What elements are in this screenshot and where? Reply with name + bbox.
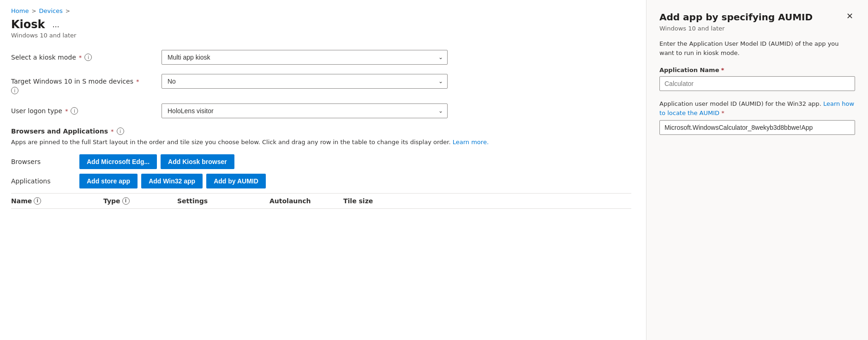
- add-store-app-button[interactable]: Add store app: [79, 174, 138, 188]
- app-name-required: *: [721, 67, 724, 73]
- target-windows-row: Target Windows 10 in S mode devices * i …: [11, 74, 631, 94]
- add-win32-app-button[interactable]: Add Win32 app: [141, 174, 203, 188]
- target-windows-label-group: Target Windows 10 in S mode devices * i: [11, 74, 154, 94]
- breadcrumb-devices[interactable]: Devices: [39, 7, 62, 14]
- user-logon-row: User logon type * i Azure AD user or gro…: [11, 103, 631, 118]
- applications-row: Applications Add store app Add Win32 app…: [11, 174, 631, 188]
- user-logon-label-group: User logon type * i: [11, 103, 154, 115]
- learn-more-link[interactable]: Learn more.: [453, 139, 489, 146]
- browsers-apps-required: *: [111, 128, 114, 135]
- breadcrumb: Home > Devices >: [11, 7, 631, 14]
- app-name-input[interactable]: [659, 76, 855, 91]
- col-type-info-icon[interactable]: i: [122, 197, 130, 205]
- close-button[interactable]: ✕: [844, 11, 855, 21]
- target-windows-control: Yes No ⌄: [162, 74, 448, 89]
- kiosk-mode-info-icon[interactable]: i: [84, 54, 92, 61]
- col-tilesize-header: Tile size: [343, 197, 373, 205]
- page-title-row: Kiosk ...: [11, 18, 631, 31]
- target-windows-info-icon[interactable]: i: [11, 87, 18, 94]
- add-microsoft-edge-button[interactable]: Add Microsoft Edg...: [79, 154, 157, 169]
- applications-label: Applications: [11, 177, 76, 185]
- browsers-row: Browsers Add Microsoft Edg... Add Kiosk …: [11, 154, 631, 169]
- target-windows-select-wrapper: Yes No ⌄: [162, 74, 448, 89]
- breadcrumb-sep1: >: [31, 8, 36, 14]
- page-subtitle: Windows 10 and later: [11, 32, 631, 39]
- kiosk-mode-select[interactable]: Single app kiosk Multi app kiosk: [162, 50, 448, 65]
- left-panel: Home > Devices > Kiosk ... Windows 10 an…: [0, 0, 647, 340]
- kiosk-mode-required: *: [79, 54, 82, 61]
- panel-subtitle: Windows 10 and later: [659, 25, 855, 32]
- page-title: Kiosk: [11, 18, 45, 31]
- panel-header: Add app by specifying AUMID ✕: [659, 11, 855, 23]
- target-windows-required: *: [136, 78, 139, 85]
- table-header: Name i Type i Settings Autolaunch Tile s…: [11, 193, 631, 209]
- right-panel: Add app by specifying AUMID ✕ Windows 10…: [647, 0, 868, 340]
- aumid-label: Application user model ID (AUMID) for th…: [659, 99, 855, 117]
- app-name-field-group: Application Name *: [659, 67, 855, 91]
- breadcrumb-home[interactable]: Home: [11, 7, 29, 14]
- browsers-apps-section: Browsers and Applications * i Apps are p…: [11, 128, 631, 209]
- user-logon-info-icon[interactable]: i: [71, 107, 78, 115]
- user-logon-select[interactable]: Azure AD user or group Auto logon HoloLe…: [162, 103, 448, 118]
- col-autolaunch-header: Autolaunch: [269, 197, 343, 205]
- user-logon-label: User logon type: [11, 107, 62, 115]
- browsers-apps-label: Browsers and Applications: [11, 128, 108, 135]
- breadcrumb-sep2: >: [66, 8, 70, 14]
- col-name-info-icon[interactable]: i: [34, 197, 41, 205]
- kiosk-mode-control: Single app kiosk Multi app kiosk ⌄: [162, 50, 448, 65]
- target-windows-label: Target Windows 10 in S mode devices: [11, 78, 133, 85]
- target-windows-select[interactable]: Yes No: [162, 74, 448, 89]
- user-logon-required: *: [65, 108, 68, 115]
- col-type-header: Type i: [103, 197, 177, 205]
- aumid-required: *: [721, 109, 724, 116]
- add-kiosk-browser-button[interactable]: Add Kiosk browser: [161, 154, 234, 169]
- browsers-buttons: Add Microsoft Edg... Add Kiosk browser: [79, 154, 234, 169]
- kiosk-mode-label: Select a kiosk mode: [11, 54, 76, 61]
- add-by-aumid-button[interactable]: Add by AUMID: [206, 174, 266, 188]
- user-logon-control: Azure AD user or group Auto logon HoloLe…: [162, 103, 448, 118]
- browsers-apps-info-icon[interactable]: i: [117, 128, 124, 135]
- panel-desc: Enter the Application User Model ID (AUM…: [659, 39, 855, 57]
- browsers-apps-desc: Apps are pinned to the full Start layout…: [11, 138, 631, 147]
- col-settings-header: Settings: [177, 197, 269, 205]
- browsers-apps-label-row: Browsers and Applications * i: [11, 128, 631, 135]
- kiosk-mode-select-wrapper: Single app kiosk Multi app kiosk ⌄: [162, 50, 448, 65]
- aumid-field-group: Application user model ID (AUMID) for th…: [659, 99, 855, 135]
- col-name-header: Name i: [11, 197, 103, 205]
- panel-title: Add app by specifying AUMID: [659, 11, 813, 23]
- kiosk-mode-label-group: Select a kiosk mode * i: [11, 50, 154, 61]
- user-logon-select-wrapper: Azure AD user or group Auto logon HoloLe…: [162, 103, 448, 118]
- browsers-label: Browsers: [11, 158, 76, 165]
- applications-buttons: Add store app Add Win32 app Add by AUMID: [79, 174, 266, 188]
- kiosk-mode-row: Select a kiosk mode * i Single app kiosk…: [11, 50, 631, 65]
- ellipsis-button[interactable]: ...: [50, 19, 62, 30]
- aumid-input[interactable]: [659, 120, 855, 135]
- app-name-label: Application Name *: [659, 67, 855, 73]
